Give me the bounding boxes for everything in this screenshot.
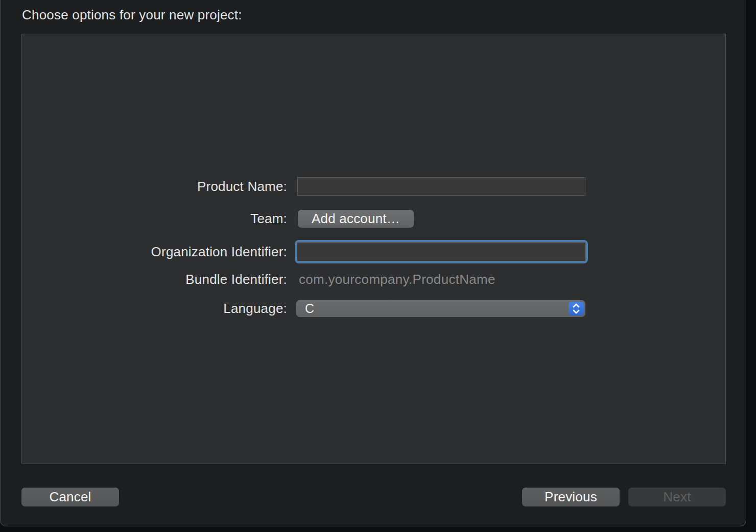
add-account-button[interactable]: Add account… [298,210,414,228]
bundle-identifier-label: Bundle Identifier: [22,272,287,287]
cancel-button[interactable]: Cancel [21,488,119,506]
next-button[interactable]: Next [628,488,726,506]
organization-identifier-row: Organization Identifier: [22,240,725,263]
options-form-panel: Product Name: Team: Add account… Organiz… [21,34,726,464]
organization-identifier-label: Organization Identifier: [22,244,287,260]
dialog-title: Choose options for your new project: [22,7,242,23]
product-name-row: Product Name: [22,177,725,196]
product-name-label: Product Name: [22,179,287,195]
bundle-identifier-value: com.yourcompany.ProductName [299,272,495,287]
chevron-up-down-icon [569,302,584,316]
bundle-identifier-row: Bundle Identifier: com.yourcompany.Produ… [22,270,725,288]
language-label: Language: [22,301,287,317]
new-project-options-dialog: Choose options for your new project: Pro… [0,0,746,526]
language-row: Language: C [22,300,725,317]
language-selected-value: C [296,301,314,316]
language-popup-button[interactable]: C [296,300,585,317]
team-label: Team: [22,211,287,227]
previous-button[interactable]: Previous [522,488,620,506]
organization-identifier-input[interactable] [297,242,586,261]
focus-ring [295,240,588,263]
product-name-input[interactable] [297,177,585,196]
team-row: Team: Add account… [22,210,725,228]
